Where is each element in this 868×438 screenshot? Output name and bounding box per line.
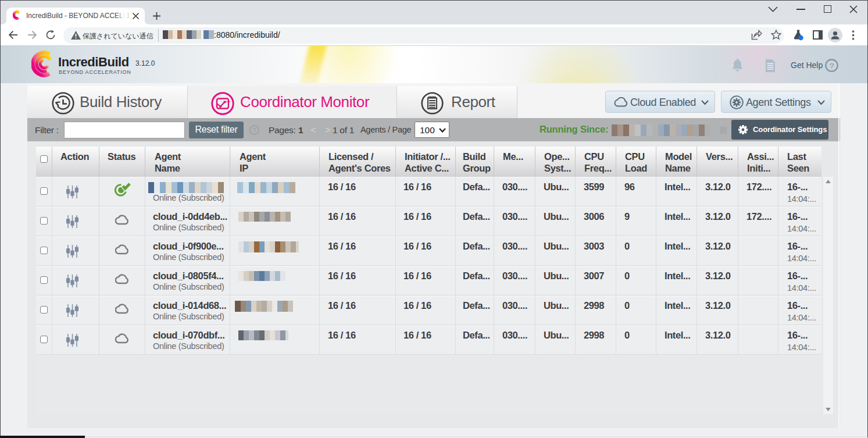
svg-text:?: ? — [252, 127, 256, 134]
svg-text:?: ? — [830, 62, 834, 70]
